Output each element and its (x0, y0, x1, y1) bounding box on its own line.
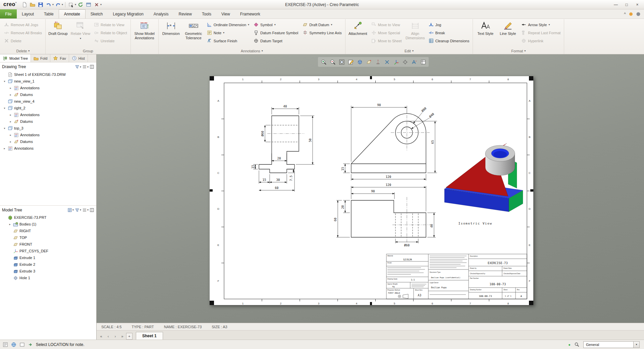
first-sheet-button[interactable]: « (98, 333, 104, 340)
geometric-tolerance-button[interactable]: Geometric Tolerance (183, 20, 204, 45)
jog-button[interactable]: Jog (427, 21, 471, 29)
datum-feature-symbol-button[interactable]: Datum Feature Symbol (252, 29, 300, 37)
drawing-tree-filter-button[interactable]: ▾ (75, 64, 81, 69)
tree-item-datums[interactable]: ▸ Datums (0, 138, 96, 145)
drawing-tree-columns-button[interactable] (90, 64, 94, 69)
view-manager-button[interactable] (419, 58, 427, 66)
graphics-area[interactable]: A B C D E F A B C D E F 1 2 3 4 5 6 7 8 (97, 54, 644, 323)
refit-button[interactable] (337, 58, 346, 66)
show-model-annotations-button[interactable]: Show Model Annotations (132, 20, 157, 45)
tab-annotate[interactable]: Annotate (59, 9, 86, 18)
note-button[interactable]: Note▾ (205, 29, 251, 37)
arrow-style-button[interactable]: Arrow Style▾ (520, 21, 562, 29)
attachment-button[interactable]: Attachment (347, 20, 369, 45)
unrelate-button[interactable]: Unrelate (92, 37, 129, 45)
tree-item-datums[interactable]: ▸ Datums (0, 118, 96, 125)
drawing-tree-settings-button[interactable]: ▾ (82, 64, 89, 69)
symmetry-line-axis-button[interactable]: Symmetry Line Axis (301, 29, 343, 37)
surface-finish-button[interactable]: Surface Finish (205, 37, 251, 45)
selection-filter-dropdown[interactable]: ▾ (634, 341, 640, 348)
line-style-button[interactable]: Line Style (497, 20, 519, 45)
next-sheet-button[interactable]: › (112, 333, 118, 340)
break-button[interactable]: Break (427, 29, 471, 37)
model-tree-filter-button[interactable]: ▾ (75, 208, 81, 212)
spin-center-button[interactable] (401, 58, 409, 66)
tree-item-datum-plane[interactable]: FRONT (0, 241, 96, 248)
ordinate-dimension-button[interactable]: Ordinate Dimension▾ (205, 21, 251, 29)
delete-button[interactable]: Delete (2, 37, 44, 45)
tab-layout[interactable]: Layout (17, 9, 39, 18)
sheet-tab[interactable]: Sheet 1 (136, 332, 163, 340)
tree-item-extrude[interactable]: Extrude 1 (0, 254, 96, 261)
tab-framework[interactable]: Framework (235, 9, 265, 18)
tree-item-part[interactable]: EXERCISE-73.PRT (0, 214, 96, 221)
relate-to-view-button[interactable]: Relate to View (92, 21, 129, 29)
tree-item-annotations[interactable]: ▸ Annotations (0, 145, 96, 152)
cleanup-dimensions-button[interactable]: Cleanup Dimensions (427, 37, 471, 45)
tab-view[interactable]: View (216, 9, 235, 18)
relate-to-object-button[interactable]: Relate to Object (92, 29, 129, 37)
tab-analysis[interactable]: Analysis (149, 9, 174, 18)
draft-group-button[interactable]: Draft Group (47, 20, 69, 45)
draft-datum-button[interactable]: Draft Datum▾ (301, 21, 343, 29)
save-button[interactable] (37, 1, 44, 8)
remove-all-breaks-button[interactable]: Remove All Breaks (2, 29, 44, 37)
tab-file[interactable]: File (0, 9, 17, 18)
minimize-ribbon-button[interactable]: ^ (624, 12, 626, 16)
align-dimensions-button[interactable]: Align Dimensions (405, 20, 426, 45)
move-special-button[interactable]: Move Special (370, 29, 404, 37)
datum-axis-display-button[interactable] (374, 58, 382, 66)
model-tree-show-button[interactable]: ▾ (67, 208, 74, 212)
window-settings-button[interactable] (85, 1, 92, 8)
tree-item-datum-plane[interactable]: RIGHT (0, 228, 96, 234)
select-mode-button[interactable] (67, 1, 75, 8)
tree-item-view[interactable]: new_view_4 (0, 98, 96, 105)
model-tree-settings-button[interactable]: ▾ (82, 208, 89, 212)
new-file-button[interactable] (21, 1, 28, 8)
csys-display-button[interactable] (392, 58, 400, 66)
add-sheet-button[interactable]: + (126, 333, 132, 340)
connection-status-icon[interactable] (629, 12, 633, 16)
web-browser-button[interactable] (11, 342, 17, 348)
tree-item-hole[interactable]: Hole 1 (0, 275, 96, 281)
edit-group-label[interactable]: Edit▾ (347, 48, 471, 54)
text-style-button[interactable]: Text Style (475, 20, 496, 45)
redo-button[interactable] (54, 1, 62, 8)
select-mode-caret[interactable]: ▾ (75, 3, 76, 6)
repaint-button[interactable] (346, 58, 355, 66)
close-button[interactable]: × (632, 1, 643, 8)
datum-plane-display-button[interactable] (365, 58, 373, 66)
remove-all-jogs-button[interactable]: Remove All Jogs (2, 21, 44, 29)
navigator-tab-model-tree[interactable]: Model Tree (0, 54, 31, 62)
delete-group-label[interactable]: Delete▾ (2, 48, 44, 54)
tree-item-datums[interactable]: ▸ Datums (0, 91, 96, 98)
full-screen-button[interactable] (19, 342, 25, 348)
tab-legacy-migration[interactable]: Legacy Migration (108, 9, 148, 18)
move-to-sheet-button[interactable]: Move to Sheet (370, 37, 404, 45)
open-file-button[interactable] (29, 1, 36, 8)
minimize-button[interactable]: — (610, 1, 621, 8)
tree-item-csys[interactable]: PRT_CSYS_DEF (0, 248, 96, 254)
quick-access-overflow-caret[interactable]: ▾ (100, 3, 102, 6)
redo-menu-caret[interactable]: ▾ (62, 3, 63, 6)
message-log-button[interactable] (2, 342, 8, 348)
tree-item-datum-plane[interactable]: TOP (0, 234, 96, 241)
navigator-tab-folder[interactable]: Fold (31, 54, 50, 62)
display-style-button[interactable] (356, 58, 364, 66)
tree-item-view[interactable]: ▾ new_view_1 (0, 78, 96, 85)
previous-sheet-button[interactable]: ‹ (105, 333, 111, 340)
tab-table[interactable]: Table (39, 9, 59, 18)
find-button[interactable] (574, 342, 580, 348)
navigator-tab-history[interactable]: Hist (69, 54, 88, 62)
tree-item-annotations[interactable]: ▸ Annotations (0, 85, 96, 91)
datum-target-button[interactable]: Datum Target (252, 37, 300, 45)
format-group-label[interactable]: Format▾ (475, 48, 562, 54)
regenerate-button[interactable] (77, 1, 84, 8)
tree-item-extrude[interactable]: Extrude 2 (0, 261, 96, 268)
tree-item-view[interactable]: ▾ top_3 (0, 125, 96, 132)
zoom-out-button[interactable] (328, 58, 337, 66)
last-sheet-button[interactable]: » (119, 333, 125, 340)
tree-item-bodies[interactable]: ▸ Bodies (1) (0, 221, 96, 228)
tab-tools[interactable]: Tools (197, 9, 216, 18)
tab-sketch[interactable]: Sketch (86, 9, 108, 18)
